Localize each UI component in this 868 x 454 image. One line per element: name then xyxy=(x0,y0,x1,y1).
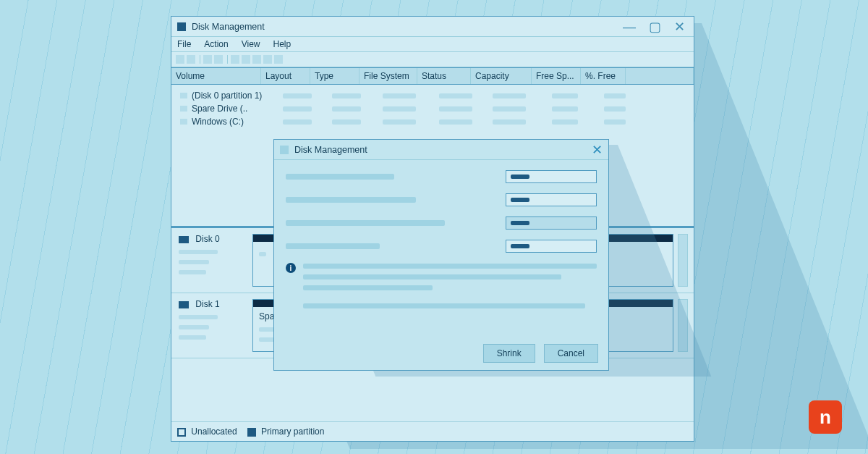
volume-column-headers: Volume Layout Type File System Status Ca… xyxy=(171,67,694,85)
volume-name: Windows (C:) xyxy=(192,117,277,127)
menubar: File Action View Help xyxy=(171,37,694,52)
cell-placeholder xyxy=(383,119,416,125)
app-icon xyxy=(177,22,186,31)
volume-icon xyxy=(180,119,187,125)
cell-placeholder xyxy=(604,93,626,98)
dialog-field-row xyxy=(286,240,597,253)
window-title: Disk Management xyxy=(192,22,265,32)
toolbar-button[interactable] xyxy=(242,55,250,64)
cell-placeholder xyxy=(552,119,578,125)
cell-placeholder xyxy=(604,119,626,125)
size-input[interactable] xyxy=(506,170,597,183)
dialog-actions: Shrink Cancel xyxy=(274,337,608,370)
col-layout[interactable]: Layout xyxy=(261,68,310,84)
col-capacity[interactable]: Capacity xyxy=(471,68,532,84)
col-free-space[interactable]: Free Sp... xyxy=(532,68,581,84)
window-controls: — ▢ ✕ xyxy=(623,20,689,33)
dialog-body: i xyxy=(274,160,608,337)
shrink-button[interactable]: Shrink xyxy=(483,344,535,363)
cell-placeholder xyxy=(283,106,312,112)
toolbar-button[interactable] xyxy=(263,55,272,64)
legend-swatch-primary xyxy=(247,428,256,437)
dialog-icon xyxy=(280,146,289,154)
minimize-icon[interactable]: — xyxy=(623,20,636,33)
cell-placeholder xyxy=(493,93,526,98)
col-pct-free[interactable]: %. Free xyxy=(581,68,626,84)
legend-primary: Primary partition xyxy=(261,426,324,437)
disk-meta[interactable]: Disk 0 xyxy=(171,228,252,293)
legend-swatch-unallocated xyxy=(177,428,186,437)
disk-label: Disk 1 xyxy=(195,299,219,309)
cell-placeholder xyxy=(383,106,416,112)
toolbar-button[interactable] xyxy=(203,55,212,64)
volume-name: Spare Drive (.. xyxy=(192,104,277,114)
legend-unallocated: Unallocated xyxy=(191,426,237,437)
menu-view[interactable]: View xyxy=(242,39,260,49)
info-text xyxy=(303,263,597,314)
cell-placeholder xyxy=(439,119,472,125)
close-icon[interactable]: ✕ xyxy=(674,20,685,33)
volume-row[interactable]: (Disk 0 partition 1) xyxy=(171,89,694,102)
toolbar-button[interactable] xyxy=(231,55,239,64)
menu-help[interactable]: Help xyxy=(273,39,292,49)
shrink-dialog: Disk Management ✕ i xyxy=(273,139,609,371)
cell-placeholder xyxy=(332,93,361,98)
toolbar-button[interactable] xyxy=(252,55,261,64)
cell-placeholder xyxy=(493,119,526,125)
toolbar-button[interactable] xyxy=(274,55,283,64)
menu-action[interactable]: Action xyxy=(204,39,228,49)
col-volume[interactable]: Volume xyxy=(171,68,261,84)
disk-meta[interactable]: Disk 1 xyxy=(171,293,252,358)
field-label xyxy=(286,220,445,226)
volume-name: (Disk 0 partition 1) xyxy=(192,91,277,101)
scrollbar[interactable] xyxy=(678,234,688,287)
close-icon[interactable]: ✕ xyxy=(592,142,603,158)
toolbar-button[interactable] xyxy=(214,55,223,64)
disk-icon xyxy=(179,301,189,308)
field-label xyxy=(286,243,380,249)
col-status[interactable]: Status xyxy=(417,68,471,84)
col-type[interactable]: Type xyxy=(310,68,359,84)
volume-row[interactable]: Windows (C:) xyxy=(171,115,694,128)
brand-logo: n xyxy=(809,400,842,434)
dialog-field-row xyxy=(286,217,597,230)
cell-placeholder xyxy=(493,106,526,112)
cell-placeholder xyxy=(332,106,361,112)
cell-placeholder xyxy=(552,106,578,112)
info-block: i xyxy=(286,263,597,314)
cell-placeholder xyxy=(283,93,312,98)
toolbar-button[interactable] xyxy=(187,55,195,64)
legend: Unallocated Primary partition xyxy=(171,421,694,441)
toolbar xyxy=(171,52,694,67)
dialog-field-row xyxy=(286,193,597,206)
dialog-titlebar[interactable]: Disk Management ✕ xyxy=(274,140,608,160)
window-titlebar[interactable]: Disk Management — ▢ ✕ xyxy=(171,17,694,37)
cell-placeholder xyxy=(283,119,312,125)
size-input[interactable] xyxy=(506,193,597,206)
volume-icon xyxy=(180,106,187,112)
cell-placeholder xyxy=(439,106,472,112)
field-label xyxy=(286,197,416,203)
cell-placeholder xyxy=(604,106,626,112)
disk-label: Disk 0 xyxy=(195,234,219,244)
size-input[interactable] xyxy=(506,240,597,253)
dialog-title: Disk Management xyxy=(294,145,367,155)
volume-row[interactable]: Spare Drive (.. xyxy=(171,102,694,115)
volume-icon xyxy=(180,93,187,98)
cancel-button[interactable]: Cancel xyxy=(544,344,598,363)
cell-placeholder xyxy=(332,119,361,125)
menu-file[interactable]: File xyxy=(177,39,191,49)
cell-placeholder xyxy=(383,93,416,98)
disk-icon xyxy=(179,236,189,243)
cell-placeholder xyxy=(552,93,578,98)
cell-placeholder xyxy=(439,93,472,98)
field-label xyxy=(286,174,394,180)
shrink-amount-input[interactable] xyxy=(506,217,597,230)
dialog-field-row xyxy=(286,170,597,183)
toolbar-button[interactable] xyxy=(176,55,184,64)
info-icon: i xyxy=(286,263,296,273)
col-filesystem[interactable]: File System xyxy=(359,68,417,84)
maximize-icon[interactable]: ▢ xyxy=(649,20,661,33)
col-extra xyxy=(626,68,694,84)
